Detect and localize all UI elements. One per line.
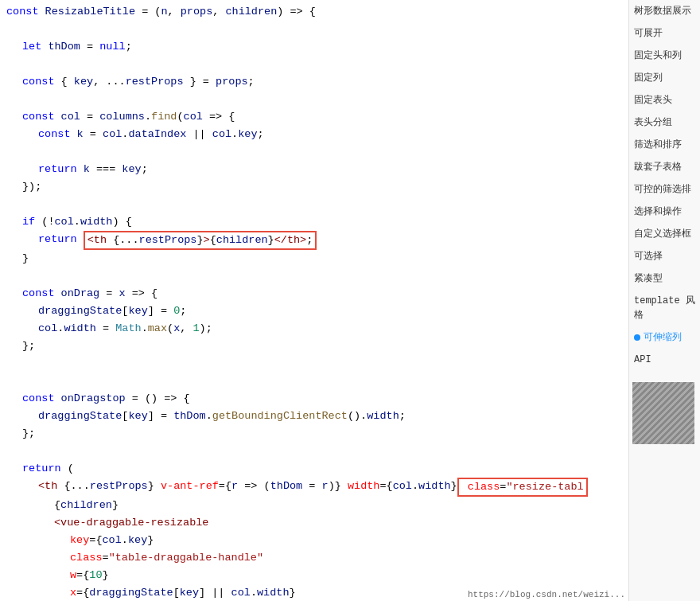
code-line [6, 373, 622, 390]
sidebar-item-api[interactable]: API [629, 349, 700, 371]
punct: ; [142, 161, 148, 178]
punct: => { [203, 108, 235, 126]
jsx-attr: v-ant-ref [161, 478, 219, 495]
identifier: thDom [270, 478, 303, 495]
punct: } [196, 234, 203, 246]
sidebar-item-fixed-col[interactable]: 固定列 [629, 67, 700, 89]
punct: = ( [135, 3, 161, 21]
identifier: thDom [48, 38, 80, 56]
param: n [161, 3, 167, 21]
code-line: const ResizableTitle = (n, props, childr… [6, 3, 622, 21]
sidebar-item-label: 自定义选择框 [634, 228, 691, 240]
identifier: key [180, 584, 199, 601]
number: 1 [193, 320, 200, 338]
identifier: columns [99, 108, 145, 126]
punct: ] = [148, 408, 173, 425]
identifier: children [60, 497, 112, 514]
punct: = [96, 320, 115, 338]
identifier: r [231, 478, 238, 495]
punct: [ [122, 408, 128, 425]
punct: . [231, 126, 238, 143]
sidebar-item-fixed-head[interactable]: 固定表头 [629, 89, 700, 111]
code-line: draggingState[key] = 0; [6, 302, 622, 320]
punct: = [80, 38, 99, 56]
sidebar-item-nested[interactable]: 跋套子表格 [629, 156, 700, 178]
code-line: }); [6, 178, 622, 196]
sidebar-item-label: 可展开 [634, 28, 663, 39]
punct: = () => { [126, 390, 190, 408]
number: 10 [89, 567, 102, 584]
sidebar-item-resizable[interactable]: 可伸缩列 [629, 326, 700, 349]
punct: === [90, 161, 122, 178]
punct: . [57, 320, 64, 338]
identifier: key [128, 408, 147, 425]
punct: . [412, 478, 418, 495]
punct: ; [306, 234, 313, 246]
identifier: onDrag [61, 285, 100, 302]
identifier: width [257, 584, 290, 601]
punct: [ [173, 584, 180, 601]
punct: . [142, 320, 148, 338]
punct: {... [113, 234, 138, 246]
punct: ; [126, 38, 132, 56]
identifier: ResizableTitle [45, 3, 135, 21]
punct: (). [348, 408, 367, 425]
punct: ); [200, 320, 212, 338]
sidebar-item-filter-sort[interactable]: 筛选和排序 [629, 134, 700, 156]
punct: . [251, 584, 257, 601]
sidebar-item-template[interactable]: template 风格 [629, 290, 700, 326]
sidebar-item-fixed-head-col[interactable]: 固定头和列 [629, 45, 700, 67]
sidebar-item-label: API [634, 354, 651, 365]
identifier: col [38, 320, 57, 338]
identifier: key [128, 532, 147, 549]
sidebar-item-label: 可伸缩列 [644, 330, 682, 345]
punct: ; [180, 302, 186, 320]
code-line: class="table-draggable-handle" [6, 549, 622, 567]
sidebar-item-label: 跋套子表格 [634, 162, 682, 173]
code-line [6, 267, 622, 285]
identifier: col [55, 213, 74, 231]
keyword: let [22, 38, 48, 56]
code-line: const onDragstop = () => { [6, 390, 622, 408]
sidebar-item-compact[interactable]: 紧凑型 [629, 267, 700, 290]
punct: ={ [76, 567, 89, 584]
keyword: if [22, 213, 41, 231]
punct: }; [22, 425, 35, 443]
jsx-attr: width [348, 478, 380, 495]
punct: => ( [238, 478, 270, 495]
code-line-redbox: return <th {...restProps}>{children}</th… [6, 231, 622, 250]
identifier: k [77, 126, 84, 143]
code-line [6, 196, 622, 213]
jsx-attr: class [70, 549, 103, 567]
identifier: draggingState [38, 408, 122, 425]
sidebar-item-custom-select[interactable]: 自定义选择框 [629, 223, 700, 245]
identifier: col [103, 532, 122, 549]
jsx-attr: w [70, 567, 76, 584]
sidebar-item-header-group[interactable]: 表头分组 [629, 111, 700, 134]
class: Math [115, 320, 141, 338]
punct: { [54, 497, 60, 514]
punct: = [99, 285, 119, 302]
sidebar-item-label: 固定表头 [634, 95, 672, 106]
sidebar-item-selectable[interactable]: 可选择 [629, 245, 700, 267]
sidebar-item-select-action[interactable]: 选择和操作 [629, 201, 700, 223]
code-line: }; [6, 338, 622, 355]
identifier: col [212, 126, 231, 143]
method: find [151, 108, 177, 126]
param: children [225, 3, 277, 21]
keyword: null [99, 38, 125, 56]
sidebar-item-controlled-filter[interactable]: 可控的筛选排 [629, 178, 700, 201]
sidebar-item-expandable[interactable]: 可展开 [629, 22, 700, 45]
punct: => { [126, 285, 158, 302]
jsx-tag: <vue-draggable-resizable [54, 514, 208, 532]
sidebar-item-tree[interactable]: 树形数据展示 [629, 0, 700, 22]
punct: ( [68, 460, 74, 478]
punct: { [210, 234, 216, 246]
code-line: w={10} [6, 567, 622, 584]
sidebar-item-label: 可控的筛选排 [634, 184, 691, 195]
punct: . [206, 408, 212, 425]
sidebar-item-label: 固定列 [634, 72, 663, 84]
punct: } [22, 250, 29, 267]
punct: ; [258, 126, 264, 143]
punct: , ... [93, 73, 126, 91]
